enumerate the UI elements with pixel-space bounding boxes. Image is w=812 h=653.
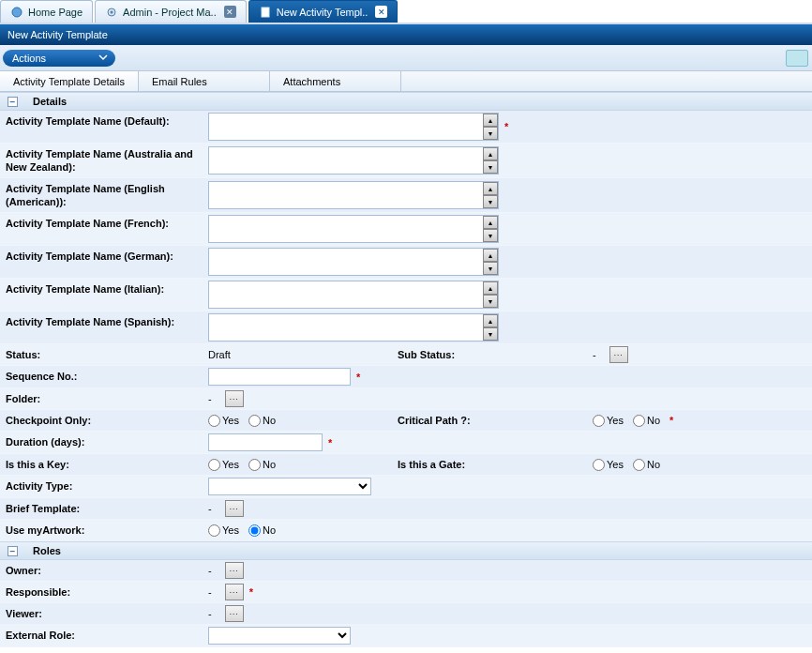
- input-name-it[interactable]: ▲▼: [208, 281, 499, 309]
- input-name-de[interactable]: ▲▼: [208, 248, 499, 276]
- spinner-down[interactable]: ▼: [483, 262, 498, 275]
- spinner-up[interactable]: ▲: [483, 182, 498, 195]
- top-tab-bar: Home Page Admin - Project Ma.. ✕ New Act…: [0, 0, 812, 24]
- label-responsible: Responsible:: [0, 582, 204, 602]
- label-viewer: Viewer:: [0, 603, 204, 624]
- page-title: New Activity Template: [8, 29, 108, 40]
- close-icon[interactable]: ✕: [375, 6, 387, 18]
- required-asterisk: *: [328, 437, 332, 448]
- duration-input[interactable]: [208, 433, 323, 451]
- input-name-default[interactable]: ▲▼: [208, 113, 499, 141]
- value-brief-template: -: [208, 503, 212, 514]
- radio-myartwork-no[interactable]: [248, 524, 261, 537]
- label-name-it: Activity Template Name (Italian):: [0, 279, 204, 311]
- radio-checkpoint-yes[interactable]: [208, 415, 220, 427]
- spinner-up[interactable]: ▲: [483, 147, 498, 160]
- label-name-de: Activity Template Name (German):: [0, 246, 204, 278]
- input-name-fr[interactable]: ▲▼: [208, 215, 499, 243]
- activity-type-select[interactable]: [208, 478, 371, 495]
- input-name-anz[interactable]: ▲▼: [208, 146, 499, 175]
- label-myartwork: Use myArtwork:: [0, 520, 204, 540]
- radio-key-no[interactable]: [248, 459, 261, 471]
- radio-gate: Yes No: [593, 459, 660, 471]
- lookup-button[interactable]: ···: [609, 346, 628, 363]
- label-brief-template: Brief Template:: [0, 498, 204, 519]
- lookup-button[interactable]: ···: [225, 500, 244, 517]
- actions-label: Actions: [12, 53, 46, 64]
- label-status: Status:: [0, 344, 204, 365]
- row-name-fr: Activity Template Name (French): ▲▼: [0, 213, 812, 246]
- row-brief-template: Brief Template: - ···: [0, 498, 812, 520]
- radio-checkpoint: Yes No: [208, 415, 276, 427]
- value-status: Draft: [208, 349, 231, 360]
- input-name-en-us[interactable]: ▲▼: [208, 181, 499, 209]
- lookup-button[interactable]: ···: [225, 562, 244, 579]
- label-name-es: Activity Template Name (Spanish):: [0, 311, 204, 343]
- radio-gate-no[interactable]: [633, 459, 645, 471]
- radio-checkpoint-no[interactable]: [248, 415, 261, 427]
- lookup-button[interactable]: ···: [225, 605, 244, 622]
- row-checkpoint: Checkpoint Only: Yes No Critical Path ?:…: [0, 410, 812, 432]
- home-icon: [10, 6, 23, 19]
- required-asterisk: *: [356, 372, 360, 383]
- tab-attachments[interactable]: Attachments: [270, 71, 401, 91]
- row-responsible: Responsible: - ··· *: [0, 582, 812, 603]
- required-asterisk: *: [249, 586, 253, 598]
- tab-activity-details[interactable]: Activity Template Details: [0, 71, 139, 91]
- label-name-default: Activity Template Name (Default):: [0, 111, 204, 143]
- collapse-toggle[interactable]: −: [8, 546, 18, 556]
- sub-tab-bar: Activity Template Details Email Rules At…: [0, 71, 812, 92]
- spinner-down[interactable]: ▼: [483, 195, 498, 208]
- radio-critical-no[interactable]: [633, 415, 645, 427]
- spinner-up[interactable]: ▲: [483, 216, 498, 229]
- toolbar-right-widget[interactable]: [786, 50, 808, 67]
- spinner-down[interactable]: ▼: [483, 295, 498, 308]
- spinner-up[interactable]: ▲: [483, 114, 498, 127]
- row-status: Status: Draft Sub Status: - ···: [0, 344, 812, 366]
- spinner-down[interactable]: ▼: [483, 127, 498, 140]
- actions-button[interactable]: Actions: [3, 50, 115, 67]
- details-form: Activity Template Name (Default): ▲▼ * A…: [0, 111, 812, 541]
- label-name-anz: Activity Template Name (Australia and Ne…: [0, 144, 204, 177]
- document-icon: [259, 6, 272, 19]
- value-sub-status: -: [593, 349, 596, 360]
- spinner-up[interactable]: ▲: [483, 281, 498, 295]
- spinner-down[interactable]: ▼: [483, 229, 498, 242]
- chevron-down-icon: [98, 53, 108, 64]
- radio-critical-yes[interactable]: [593, 415, 605, 427]
- tab-admin[interactable]: Admin - Project Ma.. ✕: [95, 0, 247, 23]
- row-activity-type: Activity Type:: [0, 476, 812, 498]
- label-sequence: Sequence No.:: [0, 366, 204, 387]
- radio-myartwork-yes[interactable]: [208, 524, 220, 537]
- row-name-de: Activity Template Name (German): ▲▼: [0, 246, 812, 279]
- collapse-toggle[interactable]: −: [8, 97, 18, 107]
- spinner-up[interactable]: ▲: [483, 314, 498, 327]
- tab-home-label: Home Page: [28, 7, 83, 18]
- roles-form: Owner: - ··· Responsible: - ··· * Viewer…: [0, 560, 812, 647]
- tab-home[interactable]: Home Page: [0, 0, 93, 23]
- radio-gate-yes[interactable]: [593, 459, 605, 471]
- required-asterisk: *: [669, 415, 673, 426]
- spinner-up[interactable]: ▲: [483, 249, 498, 262]
- sequence-input[interactable]: [208, 368, 351, 386]
- label-is-gate: Is this a Gate:: [392, 454, 589, 475]
- row-duration: Duration (days): *: [0, 432, 812, 454]
- lookup-button[interactable]: ···: [225, 390, 244, 407]
- radio-key-yes[interactable]: [208, 459, 220, 471]
- lookup-button[interactable]: ···: [225, 584, 244, 600]
- gear-icon: [105, 6, 118, 19]
- row-sequence: Sequence No.: *: [0, 366, 812, 388]
- tab-email-rules[interactable]: Email Rules: [139, 71, 270, 91]
- radio-myartwork: Yes No: [208, 524, 276, 537]
- row-myartwork: Use myArtwork: Yes No: [0, 520, 812, 541]
- row-name-anz: Activity Template Name (Australia and Ne…: [0, 144, 812, 178]
- row-folder: Folder: - ···: [0, 388, 812, 410]
- spinner-down[interactable]: ▼: [483, 327, 498, 341]
- spinner-down[interactable]: ▼: [483, 160, 498, 174]
- tab-new-activity[interactable]: New Activity Templ.. ✕: [248, 0, 398, 23]
- input-name-es[interactable]: ▲▼: [208, 313, 499, 342]
- label-name-en-us: Activity Template Name (English (America…: [0, 178, 204, 212]
- label-sub-status: Sub Status:: [392, 344, 589, 365]
- close-icon[interactable]: ✕: [224, 6, 236, 18]
- external-role-select[interactable]: [208, 627, 351, 645]
